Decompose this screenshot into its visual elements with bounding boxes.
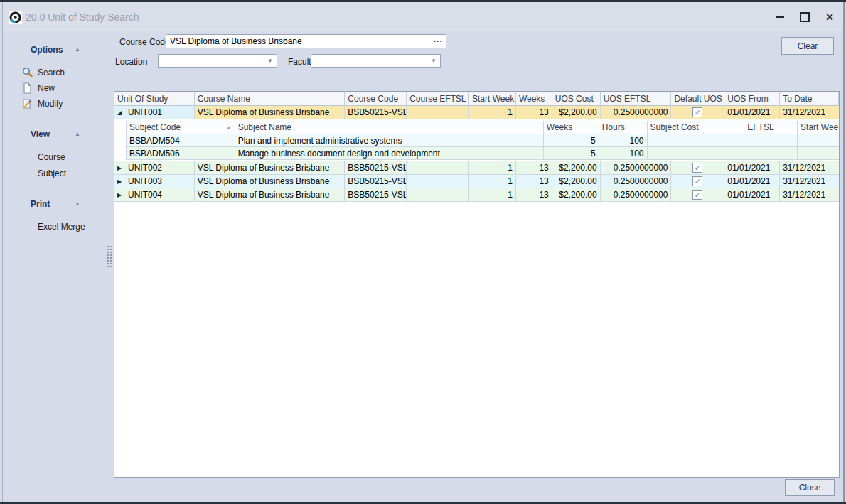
- cell-uos-from[interactable]: 01/01/2021: [724, 161, 780, 175]
- cell-uos-from[interactable]: 01/01/2021: [724, 106, 780, 119]
- cell-course-name[interactable]: VSL Diploma of Business Brisbane: [195, 188, 346, 202]
- cell-weeks[interactable]: 13: [516, 161, 552, 175]
- course-code-lookup-button[interactable]: ⋯: [430, 36, 446, 46]
- cell-unit-of-study[interactable]: ▶ UNIT002: [114, 161, 195, 175]
- cell-weeks[interactable]: 13: [516, 106, 552, 119]
- cell-uos-cost[interactable]: $2,200.00: [552, 175, 601, 188]
- column-header-uos-eftsl[interactable]: UOS EFTSL: [601, 92, 672, 106]
- cell-uos-eftsl[interactable]: 0.2500000000: [601, 106, 672, 119]
- column-header-default-uos[interactable]: Default UOS: [671, 92, 724, 106]
- column-header-uos-from[interactable]: UOS From: [724, 92, 780, 106]
- grid-row-unit004[interactable]: ▶ UNIT004 VSL Diploma of Business Brisba…: [114, 188, 839, 202]
- collapse-arrow-icon[interactable]: ▲: [75, 200, 80, 207]
- cell-subject-code[interactable]: BSBADM506: [127, 147, 235, 160]
- subject-row-bsbadm506[interactable]: BSBADM506 Manage business document desig…: [114, 147, 839, 160]
- cell-unit-of-study[interactable]: ▶ UNIT004: [114, 188, 195, 202]
- cell-subject-code[interactable]: BSBADM504: [127, 134, 235, 147]
- cell-subject-name[interactable]: Manage business document design and deve…: [235, 147, 544, 160]
- sidebar-splitter[interactable]: [107, 245, 112, 268]
- column-header-subject-hours[interactable]: Hours: [599, 121, 648, 134]
- cell-subject-weeks[interactable]: 5: [544, 147, 599, 160]
- expand-row-icon[interactable]: ▶: [117, 178, 124, 185]
- cell-start-week[interactable]: 1: [469, 188, 516, 202]
- chevron-down-icon[interactable]: ▼: [264, 58, 277, 64]
- column-header-unit-of-study[interactable]: Unit Of Study: [114, 92, 195, 106]
- cell-subject-cost[interactable]: [648, 134, 745, 147]
- cell-to-date[interactable]: 31/12/2021: [780, 106, 839, 119]
- course-code-input[interactable]: VSL Diploma of Business Brisbane ⋯: [166, 34, 446, 48]
- expand-row-icon[interactable]: ▶: [117, 192, 124, 198]
- sidebar-item-subject[interactable]: Subject: [38, 167, 123, 180]
- collapse-arrow-icon[interactable]: ▲: [75, 46, 80, 53]
- title-bar[interactable]: 20.0 Unit of Study Search ✕: [3, 2, 843, 31]
- cell-uos-eftsl[interactable]: 0.2500000000: [601, 188, 672, 202]
- cell-start-week[interactable]: 1: [469, 175, 516, 188]
- column-header-course-name[interactable]: Course Name: [195, 92, 346, 106]
- cell-course-eftsl[interactable]: [407, 175, 469, 188]
- cell-uos-cost[interactable]: $2,200.00: [552, 161, 601, 175]
- column-header-subject-code[interactable]: Subject Code ▲: [127, 121, 235, 134]
- faculty-dropdown[interactable]: ▼: [311, 54, 441, 68]
- column-header-subject-name[interactable]: Subject Name: [235, 121, 544, 134]
- minimize-button[interactable]: [771, 8, 789, 26]
- default-uos-checkbox[interactable]: ✓: [692, 176, 702, 186]
- expand-row-icon[interactable]: ▶: [117, 165, 124, 171]
- sidebar-section-options[interactable]: Options ▲: [3, 45, 109, 56]
- cell-to-date[interactable]: 31/12/2021: [780, 175, 839, 188]
- chevron-down-icon[interactable]: ▼: [427, 58, 440, 64]
- clear-button[interactable]: Clear: [781, 37, 834, 55]
- cell-course-name[interactable]: VSL Diploma of Business Brisbane: [195, 161, 346, 175]
- cell-start-week[interactable]: 1: [469, 161, 516, 175]
- cell-to-date[interactable]: 31/12/2021: [780, 188, 839, 202]
- cell-course-name[interactable]: VSL Diploma of Business Brisbane: [195, 106, 346, 119]
- maximize-button[interactable]: [796, 8, 814, 26]
- cell-subject-start-week[interactable]: [798, 134, 839, 147]
- close-button[interactable]: Close: [785, 479, 835, 496]
- cell-course-code[interactable]: BSB50215-VSL: [345, 188, 407, 202]
- cell-course-code[interactable]: BSB50215-VSL: [345, 161, 407, 175]
- sidebar-item-search[interactable]: Search: [21, 66, 107, 79]
- close-window-button[interactable]: ✕: [820, 8, 839, 26]
- column-header-uos-cost[interactable]: UOS Cost: [552, 92, 601, 106]
- cell-uos-eftsl[interactable]: 0.2500000000: [601, 175, 672, 188]
- location-dropdown[interactable]: ▼: [158, 54, 277, 68]
- cell-subject-cost[interactable]: [648, 147, 745, 160]
- default-uos-checkbox[interactable]: ✓: [692, 163, 702, 173]
- grid-row-unit003[interactable]: ▶ UNIT003 VSL Diploma of Business Brisba…: [114, 175, 839, 188]
- cell-course-eftsl[interactable]: [407, 106, 469, 119]
- column-header-subject-cost[interactable]: Subject Cost: [648, 121, 745, 134]
- cell-subject-start-week[interactable]: [798, 147, 839, 160]
- cell-start-week[interactable]: 1: [469, 106, 516, 119]
- cell-subject-hours[interactable]: 100: [599, 147, 648, 160]
- grid-row-unit002[interactable]: ▶ UNIT002 VSL Diploma of Business Brisba…: [114, 161, 839, 175]
- cell-subject-eftsl[interactable]: [744, 147, 798, 160]
- cell-weeks[interactable]: 13: [516, 175, 552, 188]
- cell-subject-weeks[interactable]: 5: [544, 134, 599, 147]
- cell-course-eftsl[interactable]: [407, 161, 469, 175]
- cell-uos-cost[interactable]: $2,200.00: [552, 188, 601, 202]
- column-header-to-date[interactable]: To Date: [780, 92, 839, 106]
- column-header-course-code[interactable]: Course Code: [345, 92, 407, 106]
- cell-weeks[interactable]: 13: [516, 188, 552, 202]
- cell-subject-hours[interactable]: 100: [599, 134, 648, 147]
- cell-unit-of-study[interactable]: ◢ UNIT001: [114, 106, 195, 119]
- cell-subject-eftsl[interactable]: [744, 134, 798, 147]
- cell-unit-of-study[interactable]: ▶ UNIT003: [114, 175, 195, 188]
- sidebar-section-view[interactable]: View ▲: [3, 129, 109, 141]
- default-uos-checkbox[interactable]: ✓: [692, 107, 702, 117]
- sidebar-item-course[interactable]: Course: [38, 151, 123, 163]
- cell-subject-name[interactable]: Plan and implement administrative system…: [235, 134, 544, 147]
- column-header-weeks[interactable]: Weeks: [516, 92, 552, 106]
- grid-row-unit001[interactable]: ◢ UNIT001 VSL Diploma of Business Brisba…: [114, 106, 839, 119]
- column-header-subject-eftsl[interactable]: EFTSL: [744, 121, 798, 134]
- sidebar-section-print[interactable]: Print ▲: [3, 199, 109, 210]
- cell-uos-from[interactable]: 01/01/2021: [724, 175, 780, 188]
- sidebar-item-excel-merge[interactable]: Excel Merge: [38, 220, 123, 233]
- column-header-start-week[interactable]: Start Week: [469, 92, 516, 106]
- column-header-subject-weeks[interactable]: Weeks: [544, 121, 599, 134]
- cell-uos-cost[interactable]: $2,200.00: [552, 106, 601, 119]
- sidebar-item-new[interactable]: New: [21, 82, 107, 95]
- subject-row-bsbadm504[interactable]: BSBADM504 Plan and implement administrat…: [114, 134, 839, 147]
- cell-course-code[interactable]: BSB50215-VSL: [345, 175, 407, 188]
- collapse-arrow-icon[interactable]: ▲: [75, 131, 80, 137]
